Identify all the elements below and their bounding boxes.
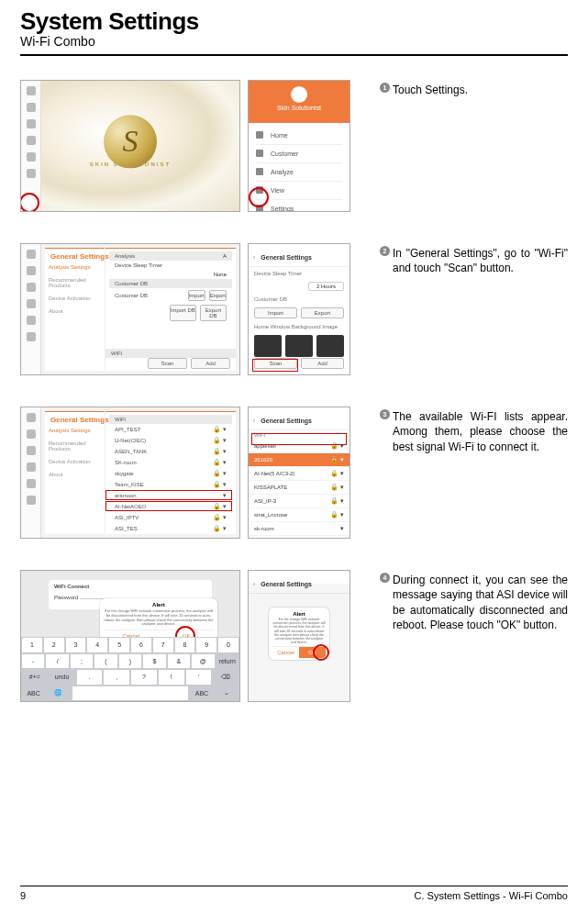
page-title: System Settings [20, 7, 568, 36]
footer-label: C. System Settings - Wi-Fi Combo [415, 890, 568, 901]
onscreen-keyboard: 1234567890 -/;()$&@return #+=undo.,?!'⌫ … [21, 637, 239, 701]
wifi-item-selected: 261620🔒 ▾ [249, 453, 349, 467]
step-badge-1: 1 [380, 83, 390, 93]
header-rule [20, 54, 568, 56]
step-4: WiFi Connect Password Alert For the chan… [20, 570, 568, 702]
drawer-brand: Skin Solutionist [277, 86, 321, 111]
step1-text: 1 Touch Settings. [365, 80, 568, 97]
drawer-item-settings: Settings [256, 200, 342, 212]
step1-screenshot-drawer: Skin Solutionist Home Customer Analyze V… [248, 80, 350, 212]
step4-screenshot-small: ‹General Settings Alert For the change W… [248, 570, 350, 702]
logo-icon: S [104, 115, 157, 168]
drawer-item-home: Home [256, 127, 342, 145]
step4-screenshot-large: WiFi Connect Password Alert For the chan… [20, 570, 240, 702]
page-footer: 9 C. System Settings - Wi-Fi Combo [20, 886, 568, 901]
step2-screenshot-large: General Settings Analysis Settings Recom… [20, 243, 240, 375]
step1-screenshot-large: S SKIN SOLUTIONIST [20, 80, 240, 212]
highlight-scan-button [252, 359, 298, 372]
alert-dialog-small: Alert For the change WiFi network connec… [269, 607, 329, 660]
step3-screenshot-large: General Settings Analysis Settings Recom… [20, 407, 240, 539]
wifi-item: API_TEST🔒 ▾ [109, 424, 232, 435]
page-number: 9 [20, 890, 26, 901]
step3-text: 3 The available Wi-FI lists appear. Amon… [365, 407, 568, 454]
step-3: General Settings Analysis Settings Recom… [20, 407, 568, 539]
highlight-wifi-row-left2 [105, 501, 232, 511]
highlight-wifi-row-right [251, 433, 347, 445]
step-1: S SKIN SOLUTIONIST Skin Solutionist Home… [20, 80, 568, 212]
drawer-item-view: View [256, 182, 342, 200]
step3-screenshot-small: ‹General Settings WiFi appleself🔒 ▾ 2616… [248, 407, 350, 539]
step2-text: 2 In "General Settings", go to "Wi-Fi" a… [365, 243, 568, 276]
step-badge-4: 4 [380, 573, 390, 583]
drawer-item-analyze: Analyze [256, 163, 342, 182]
step-2: General Settings Analysis Settings Recom… [20, 243, 568, 375]
step4-text: 4 During connect it, you can see the mes… [365, 570, 568, 632]
step2-screenshot-small: ‹General Settings Device Sleep Timer 2 H… [248, 243, 350, 375]
brand-label: SKIN SOLUTIONIST [90, 162, 171, 167]
drawer-item-customer: Customer [256, 145, 342, 163]
step-badge-3: 3 [380, 409, 390, 419]
footer-rule [20, 886, 568, 886]
highlight-wifi-row-left1 [105, 490, 232, 500]
page-header: System Settings Wi-Fi Combo [20, 7, 568, 49]
page-subtitle: Wi-Fi Combo [20, 34, 568, 49]
step-badge-2: 2 [380, 246, 390, 256]
